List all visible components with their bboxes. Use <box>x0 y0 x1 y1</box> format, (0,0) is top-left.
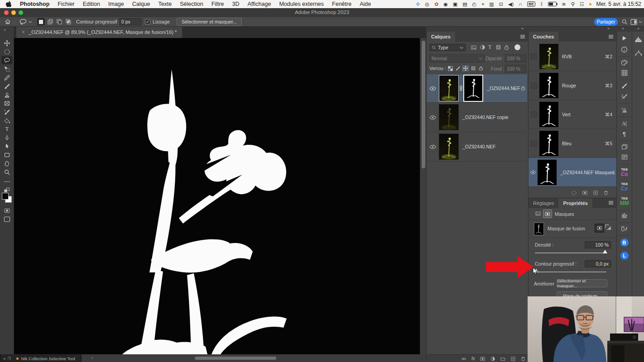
layer-effects-icon[interactable]: fx <box>471 356 475 361</box>
vector-mask-button[interactable] <box>605 224 611 230</box>
bluetooth-icon[interactable]: ᛒ <box>540 1 543 7</box>
filter-toggle-pin[interactable] <box>514 44 520 50</box>
menu-aide[interactable]: Aide <box>360 1 371 7</box>
tk8-mm-panel-icon[interactable]: TK8MM <box>617 196 632 205</box>
select-and-mask-button[interactable]: Sélectionner et masquer... <box>177 17 242 26</box>
move-tool[interactable] <box>1 39 12 47</box>
antialias-option[interactable]: ✓ Lissage <box>145 17 170 26</box>
channel-row-bleu[interactable]: Bleu ⌘5 <box>529 129 617 158</box>
character-panel-icon[interactable]: A| <box>617 120 632 127</box>
new-layer-icon[interactable] <box>510 356 516 362</box>
input-language-badge[interactable]: BE <box>527 1 535 7</box>
tk8-co-panel-icon[interactable]: TK8Co <box>617 167 632 176</box>
tab-couches[interactable]: Couches <box>529 32 558 42</box>
collapse-layers-chevron[interactable]: » <box>521 26 524 31</box>
lock-position-icon[interactable] <box>462 65 469 71</box>
updates-icon[interactable]: ✿ <box>434 1 438 7</box>
nik-dock-icon[interactable]: ❐ <box>8 357 11 361</box>
tk8-cx-panel-icon[interactable]: TK8Cx <box>617 182 632 191</box>
new-channel-icon[interactable] <box>593 190 598 195</box>
menu-clock[interactable]: Mer. 5 avr. à 15:52 <box>596 1 641 7</box>
menu-modules-externes[interactable]: Modules externes <box>279 1 324 7</box>
brush-settings-panel-icon[interactable] <box>617 93 632 100</box>
capture-icon[interactable]: ▣ <box>453 1 457 7</box>
load-selection-icon[interactable] <box>571 190 577 196</box>
adjustment-layer-icon[interactable] <box>490 356 495 362</box>
shape-tool[interactable] <box>1 151 12 159</box>
histogram-panel-icon[interactable] <box>632 36 644 42</box>
collapse-channels-chevron[interactable]: » <box>607 26 610 31</box>
stack-icon[interactable]: ☷ <box>580 1 584 7</box>
density-value-field[interactable]: 100 % <box>585 241 611 248</box>
channel-eye-well[interactable] <box>531 140 537 147</box>
eyedropper-tool[interactable] <box>1 73 12 81</box>
layer-thumbnail[interactable] <box>439 75 459 101</box>
properties-panel-menu-icon[interactable] <box>608 200 614 205</box>
layer-name[interactable]: _OZ92444.NEF <box>487 86 520 91</box>
density-slider-thumb[interactable] <box>603 250 607 253</box>
layer-row[interactable]: _OZ92440.NEF copie <box>427 103 527 132</box>
vertical-scroll-thumb[interactable] <box>422 41 425 168</box>
layer-filter-select[interactable]: Type <box>429 44 466 51</box>
share-button[interactable]: Partager <box>594 17 618 26</box>
mask-link-icon[interactable] <box>459 86 463 91</box>
opacity-value[interactable]: 100 % <box>505 54 526 62</box>
home-button[interactable] <box>5 17 11 26</box>
document-canvas[interactable] <box>14 38 420 354</box>
menu-photoshop[interactable]: Photoshop <box>20 1 49 7</box>
intersect-selection-button[interactable] <box>64 18 72 25</box>
blend-mode-select[interactable]: Normal <box>429 54 485 62</box>
paint-bucket-tool[interactable] <box>1 116 12 124</box>
filter-pixel-layers-icon[interactable] <box>471 45 477 50</box>
tab-reglages[interactable]: Réglages <box>529 198 558 208</box>
feather-slider[interactable] <box>535 272 606 272</box>
subtract-from-selection-button[interactable] <box>55 18 63 25</box>
screen-mode-button[interactable] <box>1 215 12 223</box>
layer-thumbnail[interactable] <box>439 104 459 130</box>
clone-source-panel-icon[interactable] <box>617 106 632 113</box>
channel-row-mask-selected[interactable]: _OZ92444.NEF Masque & <box>529 158 617 187</box>
close-tab-icon[interactable]: × <box>22 29 25 35</box>
add-mask-icon[interactable] <box>480 356 485 362</box>
menu-image[interactable]: Image <box>108 1 124 7</box>
layer-name[interactable]: _OZ92440.NEF copie <box>462 114 509 120</box>
feather-input[interactable]: 0 px <box>119 17 142 26</box>
wifi-icon[interactable]: ≋ <box>562 1 566 7</box>
channel-eye-well[interactable] <box>531 111 537 118</box>
save-selection-icon[interactable] <box>582 190 588 195</box>
display-icon[interactable]: ⊡ <box>499 1 503 7</box>
tab-calques[interactable]: Calques <box>427 32 455 42</box>
swatches-panel-icon[interactable] <box>617 60 632 66</box>
hand-tool[interactable] <box>1 159 12 167</box>
object-selection-tool[interactable] <box>1 65 12 73</box>
channel-visibility-eye[interactable] <box>530 170 536 175</box>
layers-panel-menu-icon[interactable] <box>520 34 525 39</box>
pixel-mask-mode-icon[interactable] <box>534 210 542 217</box>
channel-row-vert[interactable]: Vert ⌘4 <box>529 100 617 129</box>
feather-value-field[interactable]: 0,0 px <box>585 260 611 267</box>
time-machine-icon[interactable]: ◴ <box>472 1 477 7</box>
finder-search-icon[interactable]: ⌖ <box>481 1 484 7</box>
menu-selection[interactable]: Sélection <box>180 1 203 7</box>
delete-channel-icon[interactable] <box>603 190 609 195</box>
menu-fichier[interactable]: Fichier <box>58 1 75 7</box>
channels-panel-menu-icon[interactable] <box>608 34 614 39</box>
creative-cloud-icon[interactable]: ◎ <box>425 1 429 7</box>
layer-thumbnail[interactable] <box>439 133 459 160</box>
brush-tool[interactable] <box>1 82 12 90</box>
channel-eye-well[interactable] <box>531 82 537 89</box>
clone-stamp-tool[interactable] <box>1 90 12 99</box>
pattern-stamp-tool[interactable] <box>1 99 12 107</box>
patterns-panel-icon[interactable] <box>617 70 632 76</box>
horizontal-scroll-thumb[interactable] <box>195 357 276 360</box>
menu-fenetre[interactable]: Fenêtre <box>332 1 351 7</box>
actions-panel-icon[interactable] <box>617 35 632 41</box>
add-to-selection-button[interactable] <box>46 18 54 25</box>
filter-smart-objects-icon[interactable] <box>504 44 509 50</box>
zoom-tool[interactable] <box>1 168 12 176</box>
collapse-rail1-chevron[interactable]: « <box>622 26 624 31</box>
layer-name[interactable]: _OZ92440.NEF <box>462 144 496 149</box>
lock-transparency-icon[interactable] <box>447 65 454 71</box>
menu-calque[interactable]: Calque <box>132 1 150 7</box>
new-selection-button[interactable] <box>37 18 45 25</box>
